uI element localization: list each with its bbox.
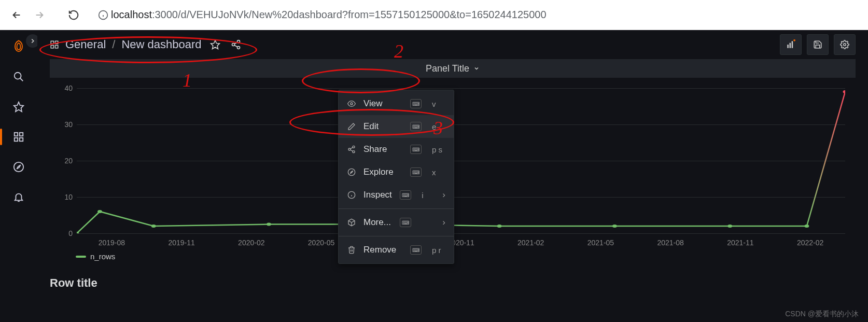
menu-item-more[interactable]: More...⌨› [339, 211, 454, 234]
keyboard-icon: ⌨ [410, 167, 422, 177]
panel-context-menu: View⌨vEdit⌨eShare⌨p sExplore⌨xInspect⌨i›… [338, 90, 454, 264]
y-tick: 10 [64, 193, 73, 201]
svg-line-40 [351, 147, 353, 149]
menu-shortcut: v [432, 100, 445, 108]
svg-line-21 [234, 45, 237, 47]
panel-title-bar[interactable]: Panel Title [50, 59, 856, 78]
plot-area[interactable] [77, 88, 845, 233]
svg-marker-11 [17, 165, 20, 169]
svg-point-42 [348, 169, 355, 175]
url-bar[interactable]: localhost:3000/d/VEHUJoNVk/New%20dashboa… [95, 4, 863, 26]
menu-item-label: Remove [363, 245, 403, 255]
explore-icon[interactable] [8, 157, 29, 177]
main-area: General / New dashboard [37, 30, 868, 322]
x-tick: 2021-11 [727, 239, 753, 247]
save-dashboard-button[interactable] [807, 34, 829, 55]
topbar: General / New dashboard [37, 30, 868, 59]
menu-shortcut: p r [432, 246, 445, 255]
grid-line [77, 233, 845, 234]
svg-rect-7 [20, 133, 23, 136]
menu-item-label: Inspect [363, 190, 393, 200]
menu-shortcut: x [432, 168, 445, 177]
svg-point-33 [727, 225, 732, 228]
sidebar [0, 30, 37, 322]
keyboard-icon: ⌨ [400, 218, 411, 227]
menu-item-label: View [363, 99, 403, 109]
svg-line-4 [20, 78, 23, 81]
svg-point-32 [612, 225, 617, 228]
share-dashboard-icon[interactable] [231, 39, 241, 50]
dashboard-settings-button[interactable] [834, 34, 856, 55]
breadcrumb-separator: / [112, 38, 115, 51]
edit-icon [347, 122, 356, 131]
eye-icon [347, 100, 356, 108]
svg-point-28 [151, 225, 156, 228]
svg-point-19 [237, 46, 240, 49]
star-icon[interactable] [8, 96, 29, 117]
menu-item-view[interactable]: View⌨v [339, 92, 454, 115]
menu-shortcut: e [432, 122, 445, 131]
svg-point-17 [237, 40, 240, 43]
row-title[interactable]: Row title [50, 276, 856, 290]
x-tick: 2022-02 [797, 239, 823, 247]
site-info-icon[interactable] [95, 10, 111, 20]
menu-item-inspect[interactable]: Inspect⌨i› [339, 184, 454, 206]
compass-icon [347, 168, 356, 176]
menu-item-remove[interactable]: Remove⌨p r [339, 239, 454, 261]
svg-rect-14 [51, 46, 53, 48]
x-tick: 2019-08 [99, 239, 125, 247]
y-axis: 010203040 [55, 88, 76, 233]
url-text: localhost:3000/d/VEHUJoNVk/New%20dashboa… [111, 9, 547, 21]
reload-button[interactable] [62, 4, 85, 26]
svg-point-35 [843, 90, 845, 93]
svg-rect-13 [55, 41, 58, 44]
menu-item-share[interactable]: Share⌨p s [339, 138, 454, 161]
x-tick: 2021-08 [657, 239, 683, 247]
svg-rect-23 [790, 43, 791, 48]
menu-shortcut: p s [432, 145, 445, 154]
legend-label[interactable]: n_rows [90, 252, 115, 261]
menu-item-label: Edit [363, 121, 403, 132]
legend-swatch [76, 256, 86, 258]
menu-item-explore[interactable]: Explore⌨x [339, 161, 454, 184]
forward-button[interactable] [28, 4, 51, 26]
keyboard-icon: ⌨ [410, 99, 422, 108]
keyboard-icon: ⌨ [410, 145, 422, 154]
svg-rect-8 [15, 138, 18, 141]
chevron-right-icon: › [442, 217, 445, 228]
svg-point-29 [267, 223, 271, 226]
cube-icon [347, 218, 356, 227]
svg-point-3 [15, 73, 21, 79]
svg-rect-12 [51, 41, 53, 44]
breadcrumb-dashboard[interactable]: New dashboard [121, 38, 201, 51]
menu-item-edit[interactable]: Edit⌨e [339, 115, 454, 138]
svg-line-20 [234, 42, 237, 44]
breadcrumb-folder[interactable]: General [65, 38, 106, 51]
svg-point-27 [97, 210, 102, 213]
alerts-icon[interactable] [8, 187, 29, 207]
breadcrumb: General / New dashboard [50, 38, 241, 51]
x-tick: 2020-05 [308, 239, 334, 247]
svg-rect-22 [787, 45, 789, 48]
menu-item-label: Share [363, 144, 403, 155]
dashboards-icon[interactable] [8, 127, 29, 147]
back-button[interactable] [5, 4, 28, 26]
add-panel-button[interactable] [780, 34, 802, 55]
svg-point-10 [14, 162, 23, 172]
keyboard-icon: ⌨ [410, 245, 422, 255]
y-tick: 40 [64, 84, 73, 92]
menu-shortcut: i [422, 191, 435, 200]
svg-marker-16 [211, 40, 219, 49]
x-tick: 2021-05 [587, 239, 614, 247]
svg-line-41 [351, 150, 353, 151]
panel-title: Panel Title [426, 63, 469, 74]
browser-bar: localhost:3000/d/VEHUJoNVk/New%20dashboa… [0, 0, 868, 30]
svg-rect-9 [20, 138, 23, 141]
chevron-right-icon: › [442, 190, 445, 200]
y-tick: 30 [64, 120, 73, 129]
breadcrumb-grid-icon [50, 40, 59, 49]
x-tick: 2019-11 [168, 239, 194, 247]
star-dashboard-icon[interactable] [210, 39, 220, 50]
svg-point-34 [804, 225, 809, 228]
search-icon[interactable] [8, 66, 29, 87]
